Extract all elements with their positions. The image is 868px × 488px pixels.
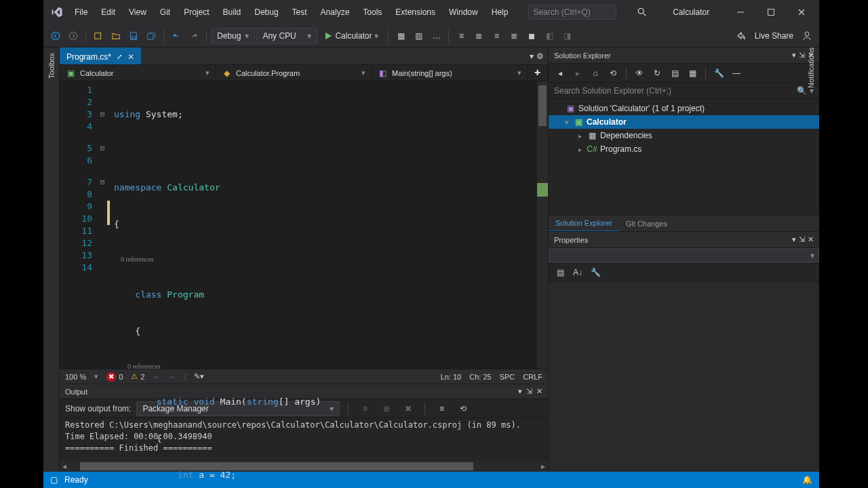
menu-tools[interactable]: Tools xyxy=(356,3,389,21)
window-maximize-button[interactable] xyxy=(755,0,786,24)
menu-analyze[interactable]: Analyze xyxy=(314,3,357,21)
tb-icon-8[interactable]: ◧ xyxy=(541,28,557,44)
properties-grid[interactable] xyxy=(549,282,819,472)
expand-icon[interactable]: ▸ xyxy=(576,132,584,140)
platform-combo[interactable]: Any CPU ▾ xyxy=(256,28,317,44)
se-home-icon[interactable]: ⌂ xyxy=(588,66,603,81)
tb-icon-1[interactable]: ▦ xyxy=(393,28,409,44)
nav-type-combo[interactable]: ◆ Calculator.Program ▾ xyxy=(216,65,372,81)
tb-icon-9[interactable]: ◨ xyxy=(559,28,575,44)
tb-icon-5[interactable]: ≣ xyxy=(471,28,487,44)
se-fwd-icon[interactable]: ▸ xyxy=(570,66,585,81)
start-debug-button[interactable]: Calculator ▾ xyxy=(319,28,384,44)
se-properties-icon[interactable]: 🔧 xyxy=(711,66,726,81)
properties-object-combo[interactable]: ▾ xyxy=(549,248,819,263)
tab-settings-icon[interactable]: ⚙ xyxy=(536,52,544,61)
bookmark-icon[interactable]: ◼ xyxy=(524,28,540,44)
prop-pin-icon[interactable]: ⇲ xyxy=(799,235,805,244)
menu-file[interactable]: File xyxy=(68,3,94,21)
tab-dropdown-icon[interactable]: ▾ xyxy=(530,52,534,61)
global-search-input[interactable]: Search (Ctrl+Q) xyxy=(528,5,616,20)
tree-program-cs-node[interactable]: ▸ C# Program.cs xyxy=(549,142,819,156)
account-icon[interactable] xyxy=(799,28,815,44)
properties-pane: Properties ▾ ⇲ ✕ ▾ ▤ A↓ 🔧 xyxy=(549,231,819,472)
tab-solution-explorer[interactable]: Solution Explorer xyxy=(549,216,619,232)
tree-dependencies-node[interactable]: ▸ ▦ Dependencies xyxy=(549,129,819,142)
solution-tree[interactable]: ▣ Solution 'Calculator' (1 of 1 project)… xyxy=(549,99,819,215)
prop-pages-icon[interactable]: 🔧 xyxy=(588,265,603,280)
menu-test[interactable]: Test xyxy=(285,3,314,21)
undo-button[interactable] xyxy=(168,28,184,44)
window-close-button[interactable] xyxy=(786,0,816,24)
open-button[interactable] xyxy=(108,28,124,44)
menu-window[interactable]: Window xyxy=(442,3,485,21)
output-close-icon[interactable]: ✕ xyxy=(536,387,542,396)
se-preview-icon[interactable]: — xyxy=(729,66,744,81)
code-editor[interactable]: 1 2 3 4 5 6 7 8 9 10 11 12 13 14 xyxy=(60,81,548,369)
properties-title: Properties xyxy=(554,236,588,244)
live-share-icon[interactable] xyxy=(733,28,749,44)
tab-program-cs[interactable]: Program.cs* ⤢ ✕ xyxy=(60,47,142,64)
svg-point-10 xyxy=(805,32,809,36)
tab-git-changes[interactable]: Git Changes xyxy=(619,216,674,232)
dependencies-icon: ▦ xyxy=(587,130,597,141)
config-combo[interactable]: Debug ▾ xyxy=(211,28,255,44)
save-all-button[interactable] xyxy=(143,28,159,44)
se-view-icon[interactable]: 👁 xyxy=(632,66,647,81)
prop-alpha-icon[interactable]: A↓ xyxy=(570,265,585,280)
tb-icon-7[interactable]: ≣ xyxy=(506,28,522,44)
solution-explorer-search[interactable]: Search Solution Explorer (Ctrl+;) 🔍 ▾ xyxy=(549,83,819,99)
status-ready: Ready xyxy=(64,475,88,485)
se-sync-icon[interactable]: ⟲ xyxy=(606,66,620,81)
prop-dropdown-icon[interactable]: ▾ xyxy=(792,235,796,244)
se-back-icon[interactable]: ◂ xyxy=(553,66,568,81)
status-window-icon[interactable]: ▢ xyxy=(50,475,58,485)
pin-icon[interactable]: ⤢ xyxy=(117,53,122,60)
se-dropdown-icon[interactable]: ▾ xyxy=(792,51,796,60)
toolbox-rail[interactable]: Toolbox xyxy=(43,47,60,472)
nav-fwd-button[interactable] xyxy=(65,28,81,44)
config-value: Debug xyxy=(217,31,241,41)
tb-icon-2[interactable]: ▥ xyxy=(410,28,427,44)
tab-close-icon[interactable]: ✕ xyxy=(127,52,134,62)
svg-point-0 xyxy=(639,8,644,14)
nav-split-button[interactable]: ✚ xyxy=(528,65,548,81)
notifications-bell-icon[interactable]: 🔔 xyxy=(802,475,812,485)
nav-project-combo[interactable]: ▣ Calculator ▾ xyxy=(60,65,216,81)
se-collapse-icon[interactable]: ▤ xyxy=(667,66,682,81)
se-showall-icon[interactable]: ▦ xyxy=(685,66,700,81)
editor-vertical-scrollbar[interactable] xyxy=(537,81,548,369)
window-minimize-button[interactable] xyxy=(725,0,755,24)
expand-icon[interactable]: ▾ xyxy=(562,119,570,126)
tree-solution-node[interactable]: ▣ Solution 'Calculator' (1 of 1 project) xyxy=(549,102,819,115)
menu-help[interactable]: Help xyxy=(485,3,515,21)
prop-close-icon[interactable]: ✕ xyxy=(808,235,814,244)
se-refresh-icon[interactable]: ↻ xyxy=(650,66,665,81)
tb-icon-6[interactable]: ≡ xyxy=(488,28,505,44)
notifications-rail[interactable]: Notifications xyxy=(803,47,819,129)
tree-project-node[interactable]: ▾ ▣ Calculator xyxy=(549,115,819,129)
menu-debug[interactable]: Debug xyxy=(248,3,285,21)
menu-project[interactable]: Project xyxy=(177,3,216,21)
search-icon[interactable] xyxy=(632,7,652,17)
menu-git[interactable]: Git xyxy=(153,3,177,21)
redo-button[interactable] xyxy=(186,28,202,44)
menu-view[interactable]: View xyxy=(122,3,153,21)
new-project-button[interactable] xyxy=(90,28,106,44)
menu-edit[interactable]: Edit xyxy=(94,3,122,21)
csharp-project-icon: ▣ xyxy=(65,68,76,79)
menu-build[interactable]: Build xyxy=(216,3,248,21)
zoom-level[interactable]: 100 % xyxy=(65,373,86,381)
fold-gutter[interactable]: ⊟ ⊟ ⊟ xyxy=(98,81,107,369)
live-share-label[interactable]: Live Share xyxy=(755,31,793,41)
nav-member-combo[interactable]: ◧ Main(string[] args) ▾ xyxy=(372,65,528,81)
tb-icon-4[interactable]: ≡ xyxy=(453,28,469,44)
nav-back-button[interactable] xyxy=(47,28,64,44)
tb-icon-3[interactable]: … xyxy=(428,28,444,44)
save-button[interactable] xyxy=(125,28,142,44)
menu-extensions[interactable]: Extensions xyxy=(389,3,442,21)
right-pane-tabs: Solution Explorer Git Changes xyxy=(549,215,819,231)
prop-categorized-icon[interactable]: ▤ xyxy=(553,265,568,280)
output-text[interactable]: Restored C:\Users\meghaanand\source\repo… xyxy=(60,418,548,461)
expand-icon[interactable]: ▸ xyxy=(576,146,584,153)
